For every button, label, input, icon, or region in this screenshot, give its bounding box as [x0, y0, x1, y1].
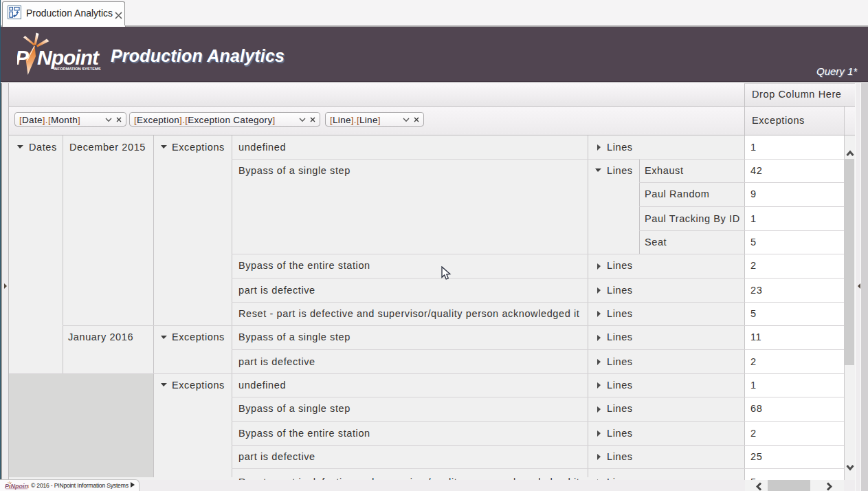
svg-text:Npoint: Npoint — [37, 46, 100, 69]
svg-text:PiNpoint: PiNpoint — [5, 483, 29, 490]
svg-text:P: P — [17, 46, 30, 69]
svg-text:INFORMATION SYSTEMS: INFORMATION SYSTEMS — [54, 67, 101, 71]
